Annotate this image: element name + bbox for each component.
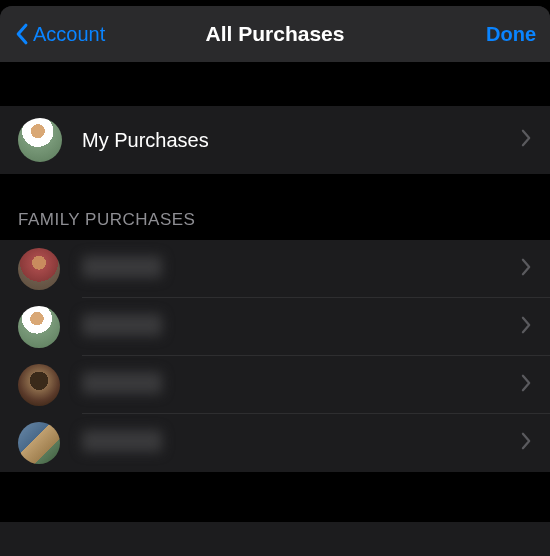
chevron-right-icon [521,129,532,151]
back-button[interactable]: Account [14,23,105,46]
my-purchases-row[interactable]: My Purchases [0,106,550,174]
chevron-right-icon [521,374,532,396]
avatar [18,248,60,290]
chevron-right-icon [521,258,532,280]
page-title: All Purchases [206,22,345,46]
avatar [18,118,62,162]
avatar [18,422,60,464]
chevron-left-icon [14,23,29,45]
family-member-row[interactable] [0,356,550,414]
family-purchases-header: Family Purchases [0,174,550,240]
chevron-right-icon [521,316,532,338]
family-member-name [82,430,521,457]
family-member-row[interactable] [0,414,550,472]
avatar [18,364,60,406]
family-member-name [82,372,521,399]
chevron-right-icon [521,432,532,454]
avatar [18,306,60,348]
family-member-name [82,256,521,283]
content-area: My Purchases Family Purchases [0,62,550,522]
navigation-bar: Account All Purchases Done [0,6,550,62]
back-label: Account [33,23,105,46]
family-member-row[interactable] [0,240,550,298]
done-button[interactable]: Done [486,23,536,46]
family-member-row[interactable] [0,298,550,356]
row-label: My Purchases [82,129,521,152]
family-member-name [82,314,521,341]
